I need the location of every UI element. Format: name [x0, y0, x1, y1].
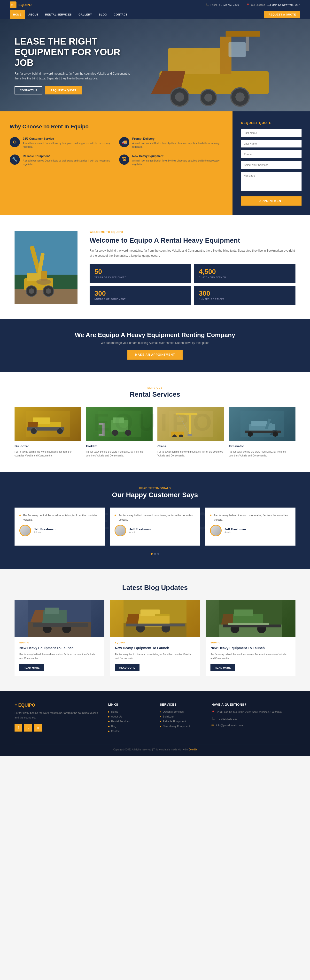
blog-text-3: Far far away behind the word mountains, … — [210, 652, 291, 660]
blog-content-1: Equipo New Heavy Equipment To Launch Far… — [14, 636, 104, 676]
address-icon: 📍 — [211, 710, 215, 714]
svg-point-40 — [125, 430, 131, 436]
service-name-bulldozer: Bulldozer — [14, 444, 81, 448]
svg-point-25 — [46, 288, 51, 294]
social-facebook[interactable]: f — [14, 724, 22, 732]
phone-field — [241, 150, 302, 158]
appointment-button[interactable]: APPOINTMENT — [241, 196, 302, 205]
footer-contact-heading: HAVE A QUESTIONS? — [211, 703, 296, 706]
welcome-subtitle: WELCOME TO EQUIPO — [90, 230, 296, 234]
services-input[interactable] — [241, 161, 302, 169]
why-heading: Why Choose To Rent In Equipo — [10, 124, 223, 130]
hero-buttons: CONTACT US REQUEST A QUOTE — [14, 86, 131, 94]
footer-brand: ≡ EQUIPO Far far away behind the word mo… — [14, 703, 99, 735]
dot-2[interactable] — [154, 553, 156, 555]
footer-link-rental[interactable]: Rental Services — [108, 720, 150, 723]
why-icon-4: 🏗 — [119, 154, 129, 165]
footer-links-heading: LINKS — [108, 703, 150, 706]
first-name-input[interactable] — [241, 129, 302, 137]
stats-grid: 50 YEARS OF EXPERIENCED 4,500 CUSTOMERS … — [90, 264, 296, 305]
nav-about[interactable]: ABOUT — [25, 10, 42, 19]
dot-1[interactable] — [151, 553, 153, 555]
service-text-excavator: Far far away behind the word mountains, … — [229, 450, 296, 458]
service-img-bulldozer — [14, 407, 81, 441]
welcome-heading: Welcome to Equipo A Rental Heavy Equipme… — [90, 236, 296, 245]
blog-read-btn-1[interactable]: READ MORE — [19, 664, 44, 671]
cta-button[interactable]: MAKE AN APPOINTMENT — [127, 350, 183, 360]
quote-dot — [114, 515, 116, 516]
first-name-field — [241, 129, 302, 137]
svg-rect-52 — [251, 421, 267, 426]
dot-3[interactable] — [157, 553, 159, 555]
nav-gallery[interactable]: GALLERY — [75, 10, 95, 19]
svg-point-9 — [235, 92, 245, 102]
testimonial-text-3: Far far away behind the word mountains, … — [214, 513, 291, 522]
testimonial-header-2: Jeff Freshman Admin — [114, 525, 195, 536]
nav-contact[interactable]: CONTACT — [110, 10, 131, 19]
hero-contact-button[interactable]: CONTACT US — [14, 86, 42, 94]
footer-email-text: info@yourdomain.com — [216, 724, 243, 727]
blog-content-2: Equipo New Heavy Equipment To Launch Far… — [110, 636, 200, 676]
stat-box-3: 300 NUMBER OF EQUIPMENT — [90, 286, 191, 305]
footer-link-blog[interactable]: Blog — [108, 725, 150, 728]
social-twitter[interactable]: t — [24, 724, 32, 732]
cta-banner: We Are Equipo A Heavy Equipment Renting … — [0, 319, 310, 372]
footer-service-new[interactable]: New Heavy Equipment — [160, 725, 202, 728]
footer-email: ✉ info@yourdomain.com — [211, 724, 296, 727]
footer-address: 📍 203 Fake St. Mountain View, San Franci… — [211, 710, 296, 714]
why-item-text-3: A small river named Duden flows by their… — [23, 159, 113, 166]
hero-section: LEASE THE RIGHT EQUIPMENT FOR YOUR JOB F… — [0, 19, 310, 111]
nav-home[interactable]: HOME — [10, 10, 25, 19]
footer-link-contact[interactable]: Contact — [108, 730, 150, 732]
footer-grid: ≡ EQUIPO Far far away behind the word mo… — [14, 703, 296, 735]
svg-rect-12 — [229, 42, 246, 57]
bulldozer-illustration — [26, 411, 70, 438]
service-text-forklift: Far far away behind the word mountains, … — [86, 450, 153, 458]
stat-label-3: NUMBER OF EQUIPMENT — [94, 298, 186, 300]
welcome-section: WELCOME TO EQUIPO Welcome to Equipo A Re… — [0, 215, 310, 319]
svg-text:E: E — [11, 3, 13, 7]
social-linkedin[interactable]: in — [34, 724, 42, 732]
svg-rect-71 — [126, 624, 185, 627]
location-icon: 📍 — [246, 3, 250, 6]
svg-point-31 — [30, 428, 37, 434]
nav-blog[interactable]: BLOG — [95, 10, 110, 19]
footer-link-about[interactable]: About Us — [108, 715, 150, 718]
last-name-input[interactable] — [241, 140, 302, 148]
message-input[interactable] — [241, 172, 302, 191]
quote-form-heading: REQUEST QUOTE — [241, 121, 302, 125]
footer-service-bulldozer[interactable]: Bulldozer — [160, 715, 202, 718]
blog-read-btn-2[interactable]: READ MORE — [115, 664, 140, 671]
blog-read-btn-3[interactable]: READ MORE — [210, 664, 235, 671]
logo-icon: E — [10, 2, 16, 8]
testimonial-card-1: Far far away behind the word mountains, … — [14, 508, 105, 546]
hero-quote-button[interactable]: REQUEST A QUOTE — [45, 86, 82, 94]
nav-quote-button[interactable]: REQUEST A QUOTE — [264, 11, 300, 18]
footer-service-optional[interactable]: Optional Services — [160, 710, 202, 713]
why-item-title-3: Reliable Equipment — [23, 154, 113, 158]
why-item-title-1: 24/7 Customer Service — [23, 137, 113, 140]
phone-input[interactable] — [241, 150, 302, 158]
footer-link-home[interactable]: Home — [108, 710, 150, 713]
testimonial-name-3: Jeff Freshman — [224, 527, 246, 531]
why-icon-2: 🚚 — [119, 137, 129, 147]
phone-label: Phone — [210, 4, 218, 6]
footer-credit-link[interactable]: Colorlib — [188, 748, 197, 751]
service-text-bulldozer: Far far away behind the word mountains, … — [14, 450, 81, 458]
testimonial-name-2: Jeff Freshman — [129, 527, 151, 531]
footer: ≡ EQUIPO Far far away behind the word mo… — [0, 690, 310, 756]
nav-rental[interactable]: RENTAL SERVICES — [42, 10, 75, 19]
why-item: ⚙ 24/7 Customer Service A small river na… — [10, 137, 113, 149]
quote-form-panel: REQUEST QUOTE APPOINTMENT — [232, 111, 310, 215]
blog-text-1: Far far away behind the word mountains, … — [19, 652, 100, 660]
blog-illustration-2 — [124, 600, 186, 636]
blog-illustration-3 — [219, 600, 282, 636]
footer-service-reliable[interactable]: Reliable Equipment — [160, 720, 202, 723]
blog-content-3: Equipo New Heavy Equipment To Launch Far… — [206, 636, 296, 676]
blog-card-2: Equipo New Heavy Equipment To Launch Far… — [110, 600, 200, 676]
top-bar: E EQUIPO 📞 Phone +1 234 456 7890 📍 Our L… — [0, 0, 310, 10]
stat-label-2: CUSTOMERS SERVED — [199, 276, 291, 278]
blog-category-1: Equipo — [19, 641, 100, 644]
why-item-title-4: New Heavy Equipment — [132, 154, 223, 158]
stat-label-1: YEARS OF EXPERIENCED — [94, 276, 186, 278]
